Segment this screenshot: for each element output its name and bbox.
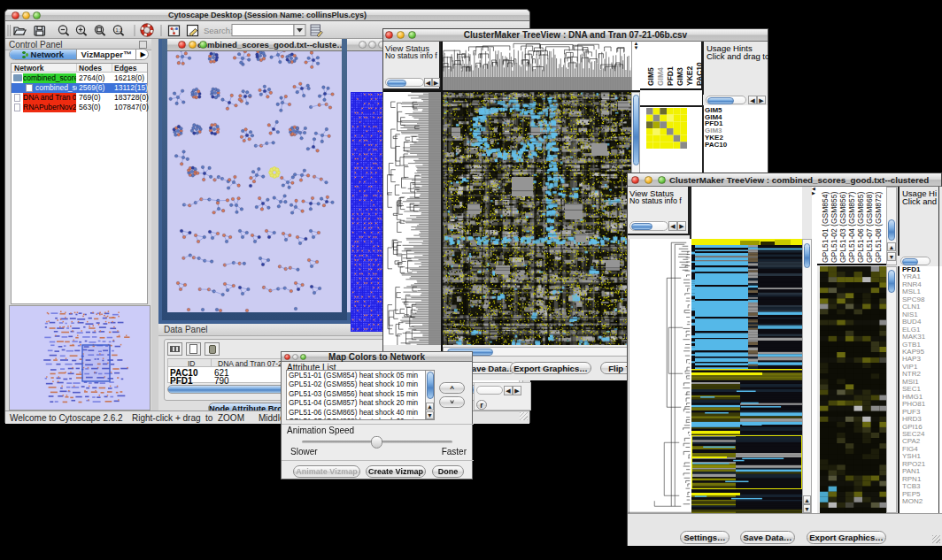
svg-text:1:1: 1:1 bbox=[116, 27, 123, 33]
svg-text:Search:: Search: bbox=[204, 26, 233, 35]
